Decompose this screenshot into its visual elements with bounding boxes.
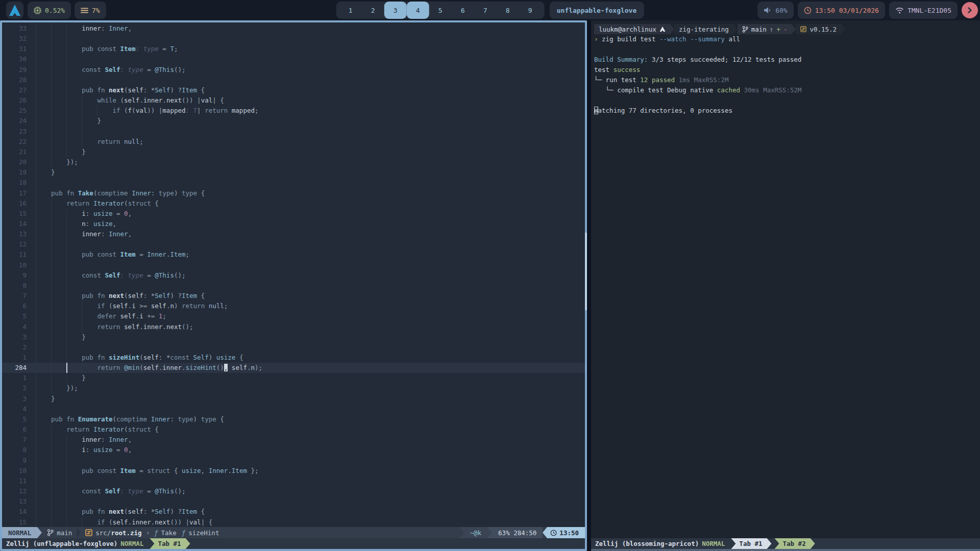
code-line[interactable]: 11pub const Item = Inner.Item; xyxy=(2,249,585,260)
code-token: } xyxy=(51,395,55,403)
cpu-icon xyxy=(34,7,41,14)
code-line[interactable]: 1} xyxy=(2,373,585,383)
workspace-tab-6[interactable]: 6 xyxy=(452,2,474,19)
workspace-tab-1[interactable]: 1 xyxy=(339,2,362,19)
workspace-tab-7[interactable]: 7 xyxy=(474,2,497,19)
statusline-time: 13:50 xyxy=(559,529,579,537)
indent-guide xyxy=(36,291,51,301)
code-token: | { xyxy=(212,96,224,104)
code-line[interactable]: 6return Iterator(struct { xyxy=(2,424,585,435)
code-line[interactable]: 10 xyxy=(2,260,585,270)
code-line[interactable]: 14pub fn next(self: *Self) ?Item { xyxy=(2,507,585,517)
code-line[interactable]: 3} xyxy=(2,394,585,404)
code-line[interactable]: 1pub fn sizeHint(self: *const Self) usiz… xyxy=(2,353,585,363)
line-number: 4 xyxy=(2,322,27,332)
code-token: (); xyxy=(174,271,186,279)
code-token: mapped xyxy=(232,107,255,114)
code-line[interactable]: 32 xyxy=(2,34,585,44)
code-line[interactable]: 15if (self.inner.next()) |val| { xyxy=(2,517,585,528)
zellij-right-tab-tab-1[interactable]: Tab #1 xyxy=(731,538,771,549)
code-line[interactable]: 23 xyxy=(2,127,585,137)
code-line[interactable]: 30 xyxy=(2,54,585,64)
workspace-tab-8[interactable]: 8 xyxy=(497,2,519,19)
code-line[interactable]: 6if (self.i >= self.n) return null; xyxy=(2,301,585,311)
code-line[interactable]: 14n: usize, xyxy=(2,219,585,229)
code-line[interactable]: 2 xyxy=(2,342,585,353)
workspace-tab-5[interactable]: 5 xyxy=(429,2,452,19)
code-line[interactable]: 2}); xyxy=(2,383,585,393)
terminal-line: Build Summary: 3/3 steps succeeded; 12/1… xyxy=(594,55,980,65)
workspace-tab-2[interactable]: 2 xyxy=(362,2,384,19)
code-token: Item xyxy=(232,467,247,474)
indent-guide xyxy=(51,209,66,219)
git-added-flag: + xyxy=(776,26,780,33)
power-button[interactable] xyxy=(962,2,978,18)
volume-widget[interactable]: 60% xyxy=(757,2,793,19)
zellij-bar-right: Zellij (blossoming-apricot) NORMAL Tab #… xyxy=(591,538,980,549)
code-line[interactable]: 13inner: Inner, xyxy=(2,229,585,239)
code-line[interactable]: 7pub fn next(self: *Self) ?Item { xyxy=(2,291,585,301)
code-line[interactable]: 11 xyxy=(2,476,585,486)
code-line[interactable]: 4 xyxy=(2,404,585,414)
code-area[interactable]: 33inner: Inner,3231pub const Item: type … xyxy=(2,22,585,527)
indent-guide xyxy=(36,249,51,260)
code-line[interactable]: 25if (f(val)) |mapped: T| return mapped; xyxy=(2,106,585,116)
code-line[interactable]: 12 xyxy=(2,239,585,249)
workspace-tab-3[interactable]: 3 xyxy=(384,2,407,19)
code-line[interactable]: 5pub fn Enumerate(comptime Inner: type) … xyxy=(2,414,585,424)
code-line[interactable]: 8 xyxy=(2,281,585,291)
code-line[interactable]: 12const Self: type = @This(); xyxy=(2,486,585,496)
code-line[interactable]: 20}); xyxy=(2,157,585,167)
line-number: 13 xyxy=(2,229,27,239)
code-line[interactable]: 24} xyxy=(2,116,585,126)
memory-widget: 7% xyxy=(75,2,106,19)
code-line[interactable]: 17pub fn Take(comptime Inner: type) type… xyxy=(2,188,585,198)
code-line[interactable]: 18 xyxy=(2,178,585,188)
code-line[interactable]: 31pub const Item: type = T; xyxy=(2,44,585,54)
code-line-current[interactable]: 284return @min(self.inner.sizeHint(), se… xyxy=(2,363,585,373)
code-line[interactable]: 5defer self.i += 1; xyxy=(2,311,585,321)
code-line[interactable]: 28 xyxy=(2,75,585,85)
indent-guide xyxy=(36,353,51,363)
code-line[interactable]: 21} xyxy=(2,147,585,157)
indent-guide xyxy=(51,44,66,54)
code-token: ( xyxy=(124,508,128,515)
arch-logo[interactable] xyxy=(6,2,23,19)
code-line[interactable]: 7inner: Inner, xyxy=(2,435,585,445)
code-line[interactable]: 29const Self: type = @This(); xyxy=(2,65,585,75)
code-token: Enumerate xyxy=(78,415,113,423)
workspace-tab-9[interactable]: 9 xyxy=(519,2,542,19)
code-line[interactable]: 9const Self: type = @This(); xyxy=(2,270,585,281)
terminal-window[interactable]: luukm@archlinux zig-iterating xyxy=(591,20,980,551)
code-line[interactable]: 26while (self.inner.next()) |val| { xyxy=(2,95,585,106)
code-line[interactable]: 16return Iterator(struct { xyxy=(2,198,585,209)
code-token: . xyxy=(139,323,143,331)
code-line[interactable]: 8i: usize = 0, xyxy=(2,445,585,455)
code-line[interactable]: 13 xyxy=(2,496,585,507)
editor-window[interactable]: 33inner: Inner,3231pub const Item: type … xyxy=(0,20,587,551)
indent-guide xyxy=(51,301,66,311)
shell-prompt: luukm@archlinux zig-iterating xyxy=(594,24,980,34)
code-line[interactable]: 15i: usize = 0, xyxy=(2,209,585,219)
code-line[interactable]: 33inner: Inner, xyxy=(2,23,585,34)
indent-guide xyxy=(36,517,51,528)
indent-guide xyxy=(36,435,51,445)
zellij-right-tab-tab-2[interactable]: Tab #2 xyxy=(775,538,815,549)
code-line[interactable]: 10pub const Item = struct { usize, Inner… xyxy=(2,466,585,476)
zellij-left-tab-tab-1[interactable]: Tab #1 xyxy=(150,538,190,549)
code-line[interactable]: 19} xyxy=(2,167,585,178)
code-line[interactable]: 9 xyxy=(2,456,585,466)
workspace-tab-4[interactable]: 4 xyxy=(407,2,429,19)
line-number: 28 xyxy=(2,75,27,85)
line-number: 3 xyxy=(2,332,27,342)
code-token: val xyxy=(201,96,213,104)
indent-guide xyxy=(36,54,51,64)
code-line[interactable]: 22return null; xyxy=(2,137,585,147)
code-line[interactable]: 4return self.inner.next(); xyxy=(2,322,585,332)
scrollbar-thumb[interactable] xyxy=(585,233,587,310)
terminal-output[interactable]: luukm@archlinux zig-iterating xyxy=(591,20,980,538)
function-icon: ƒ xyxy=(154,529,158,537)
code-line[interactable]: 27pub fn next(self: *Self) ?Item { xyxy=(2,85,585,95)
code-line[interactable]: 3} xyxy=(2,332,585,342)
code-token: return xyxy=(97,138,124,145)
